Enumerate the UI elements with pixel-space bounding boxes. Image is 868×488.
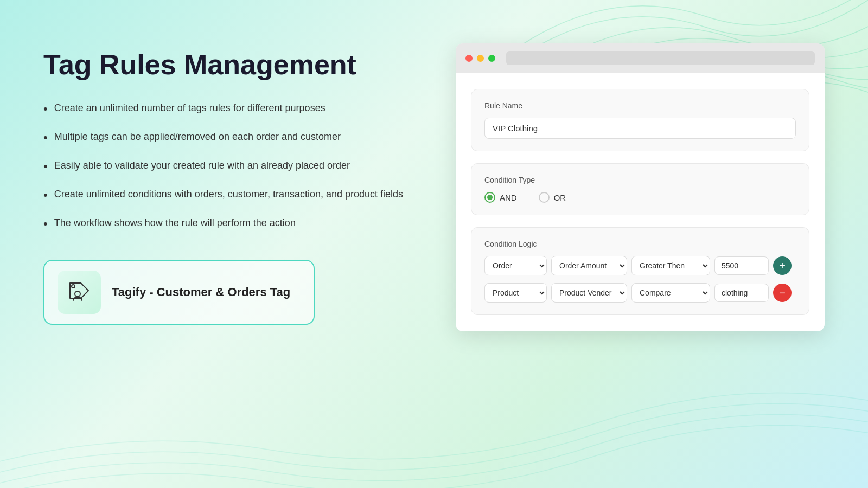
list-item: Create unlimited conditions with orders,…	[43, 187, 412, 204]
window-minimize-dot[interactable]	[477, 55, 484, 62]
radio-or-circle	[539, 192, 550, 203]
radio-or[interactable]: OR	[539, 192, 566, 203]
remove-icon: −	[779, 287, 786, 299]
window-maximize-dot[interactable]	[488, 55, 495, 62]
app-card-label: Tagify - Customer & Orders Tag	[112, 285, 290, 299]
window-close-dot[interactable]	[465, 55, 473, 62]
rule-name-input[interactable]	[484, 118, 796, 139]
add-icon: +	[779, 260, 786, 272]
app-card: Tagify - Customer & Orders Tag	[43, 260, 315, 325]
radio-and-label: AND	[500, 193, 517, 202]
condition-type-radio-group: AND OR	[484, 192, 796, 203]
condition-row2-field-select[interactable]: Order Product Customer Transaction	[484, 283, 547, 303]
rule-name-section: Rule Name	[471, 89, 809, 151]
svg-point-0	[72, 285, 75, 288]
features-list: Create an unlimited number of tags rules…	[43, 101, 412, 233]
radio-and-circle	[484, 192, 495, 203]
radio-or-label: OR	[554, 193, 566, 202]
main-content: Tag Rules Management Create an unlimited…	[0, 0, 868, 488]
list-item: The workflow shows how the rule will per…	[43, 216, 412, 233]
condition-row1-field-select[interactable]: Order Product Customer Transaction	[484, 256, 547, 275]
condition-row2-operator1-select[interactable]: Product Vender Product Tag Product Type	[551, 283, 627, 303]
condition-row-2: Order Product Customer Transaction Produ…	[484, 283, 796, 303]
condition-row2-operator2-select[interactable]: Compare Equal To Contains	[631, 283, 710, 303]
condition-type-label: Condition Type	[484, 176, 796, 184]
right-panel: Rule Name Condition Type AND OR	[456, 43, 825, 331]
condition-row1-operator2-select[interactable]: Greater Then Less Then Equal To	[631, 256, 710, 275]
browser-titlebar	[456, 43, 825, 73]
condition-row1-operator1-select[interactable]: Order Amount Order Status Order Tag	[551, 256, 627, 275]
condition-logic-label: Condition Logic	[484, 240, 796, 248]
condition-rows: Order Product Customer Transaction Order…	[484, 256, 796, 303]
condition-type-section: Condition Type AND OR	[471, 163, 809, 215]
condition-row1-value-input[interactable]	[714, 256, 769, 275]
list-item: Easily able to validate your created rul…	[43, 158, 412, 175]
condition-row2-value-input[interactable]	[714, 284, 769, 302]
list-item: Multiple tags can be applied/removed on …	[43, 130, 412, 146]
app-icon	[66, 279, 93, 306]
condition-logic-section: Condition Logic Order Product Customer T…	[471, 227, 809, 315]
page-title: Tag Rules Management	[43, 49, 412, 81]
list-item: Create an unlimited number of tags rules…	[43, 101, 412, 118]
condition-row2-remove-button[interactable]: −	[773, 284, 792, 302]
condition-row1-add-button[interactable]: +	[773, 256, 792, 275]
browser-content: Rule Name Condition Type AND OR	[456, 73, 825, 331]
svg-point-1	[75, 291, 80, 297]
address-bar	[506, 51, 815, 65]
left-panel: Tag Rules Management Create an unlimited…	[43, 43, 412, 325]
condition-row-1: Order Product Customer Transaction Order…	[484, 256, 796, 275]
app-icon-box	[58, 271, 101, 314]
radio-and[interactable]: AND	[484, 192, 517, 203]
rule-name-label: Rule Name	[484, 101, 796, 110]
browser-window: Rule Name Condition Type AND OR	[456, 43, 825, 331]
